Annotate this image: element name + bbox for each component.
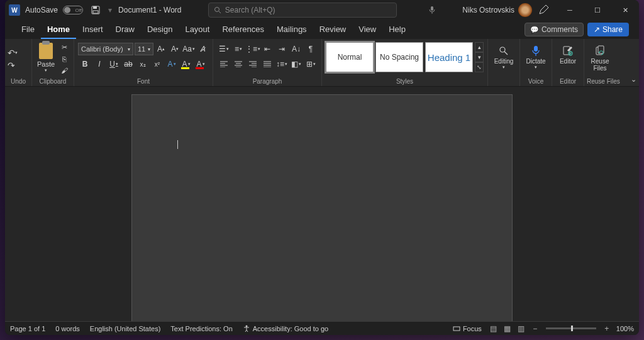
tab-insert[interactable]: Insert	[76, 20, 109, 39]
redo-button[interactable]: ↷	[8, 60, 15, 71]
grow-font-button[interactable]: A▴	[155, 43, 167, 55]
paste-button[interactable]: Paste ▾	[35, 40, 57, 73]
tab-file[interactable]: File	[15, 20, 41, 39]
editing-button[interactable]: Editing ▾	[491, 40, 517, 70]
mic-icon[interactable]	[428, 6, 436, 14]
status-predictions[interactable]: Text Predictions: On	[170, 325, 232, 332]
font-name-dropdown[interactable]: Calibri (Body)	[78, 43, 133, 55]
increase-indent-button[interactable]: ⇥	[275, 43, 289, 55]
document-page[interactable]	[131, 94, 513, 321]
zoom-slider[interactable]	[546, 327, 596, 329]
format-painter-button[interactable]: 🖌	[58, 65, 70, 75]
read-mode-button[interactable]: ▤	[487, 323, 501, 334]
text-effects-button[interactable]: A▾	[165, 58, 179, 70]
style-normal[interactable]: Normal	[326, 42, 374, 72]
close-button[interactable]: ✕	[611, 0, 639, 20]
zoom-in-button[interactable]: +	[600, 323, 614, 334]
minimize-button[interactable]: ─	[556, 0, 584, 20]
change-case-button[interactable]: Aa▾	[182, 43, 195, 55]
maximize-button[interactable]: ☐	[584, 0, 611, 20]
tab-mailings[interactable]: Mailings	[270, 20, 313, 39]
zoom-level[interactable]: 100%	[616, 325, 634, 332]
multilevel-list-button[interactable]: ⋮≡▾	[246, 43, 260, 55]
shrink-font-button[interactable]: A▾	[169, 43, 181, 55]
undo-group-label: Undo	[8, 77, 29, 86]
status-page[interactable]: Page 1 of 1	[10, 325, 45, 332]
undo-button[interactable]: ↶▾	[8, 47, 18, 58]
tab-draw[interactable]: Draw	[109, 20, 141, 39]
justify-button[interactable]	[260, 58, 274, 70]
bold-button[interactable]: B	[78, 58, 92, 70]
tab-layout[interactable]: Layout	[179, 20, 216, 39]
autosave-toggle[interactable]: Off	[63, 6, 83, 14]
paste-icon	[39, 43, 53, 59]
print-layout-button[interactable]: ▦	[501, 323, 514, 334]
style-no-spacing[interactable]: No Spacing	[375, 42, 423, 72]
show-marks-button[interactable]: ¶	[304, 43, 318, 55]
reuse-files-button[interactable]: Reuse Files	[587, 40, 613, 72]
reuse-files-icon	[594, 44, 606, 58]
editor-button[interactable]: Editor	[555, 40, 581, 65]
search-input[interactable]: Search (Alt+Q)	[208, 3, 397, 18]
numbering-button[interactable]: ≡▾	[231, 43, 245, 55]
superscript-button[interactable]: x²	[150, 58, 164, 70]
status-language[interactable]: English (United States)	[90, 325, 161, 332]
borders-button[interactable]: ⊞▾	[304, 58, 318, 70]
decrease-indent-button[interactable]: ⇤	[260, 43, 274, 55]
user-avatar-icon	[518, 3, 532, 17]
user-account[interactable]: Niks Ostrovskis	[462, 3, 536, 17]
tab-home[interactable]: Home	[41, 20, 76, 39]
svg-rect-32	[453, 327, 460, 331]
tab-references[interactable]: References	[216, 20, 270, 39]
bullets-button[interactable]: ☰▾	[217, 43, 231, 55]
zoom-out-button[interactable]: −	[528, 323, 542, 334]
group-clipboard: Paste ▾ ✂ ⎘ 🖌 Clipboard	[32, 39, 74, 86]
clear-formatting-button[interactable]: A̷	[196, 43, 209, 55]
status-words[interactable]: 0 words	[55, 325, 80, 332]
voice-group-label: Voice	[523, 77, 549, 86]
copy-button[interactable]: ⎘	[58, 54, 70, 63]
sort-button[interactable]: A↓	[289, 43, 303, 55]
style-heading1[interactable]: Heading 1	[425, 42, 473, 72]
word-app-icon: W	[9, 4, 20, 16]
share-button[interactable]: Share	[587, 23, 629, 36]
tab-view[interactable]: View	[352, 20, 382, 39]
ribbon-tabs: File Home Insert Draw Design Layout Refe…	[5, 20, 639, 39]
strikethrough-button[interactable]: ab	[121, 58, 135, 70]
tab-design[interactable]: Design	[141, 20, 179, 39]
align-left-button[interactable]	[217, 58, 231, 70]
styles-expand[interactable]: ⤡	[475, 62, 484, 72]
shading-button[interactable]: ◧▾	[289, 58, 303, 70]
styles-gallery-nav: ▴ ▾ ⤡	[475, 42, 484, 72]
font-group-label: Font	[77, 77, 210, 86]
web-layout-button[interactable]: ▥	[514, 323, 528, 334]
styles-scroll-down[interactable]: ▾	[475, 52, 484, 62]
group-editing: Editing ▾	[488, 39, 520, 86]
save-icon[interactable]	[91, 5, 101, 15]
focus-mode-button[interactable]: Focus	[453, 325, 482, 332]
document-area[interactable]	[5, 87, 639, 321]
font-color-button[interactable]: A▾	[194, 58, 208, 70]
subscript-button[interactable]: x₂	[136, 58, 150, 70]
cut-button[interactable]: ✂	[58, 43, 70, 52]
group-paragraph: ☰▾ ≡▾ ⋮≡▾ ⇤ ⇥ A↓ ¶	[213, 39, 322, 86]
editor-group-label: Editor	[555, 77, 581, 86]
align-right-button[interactable]	[246, 58, 260, 70]
styles-scroll-up[interactable]: ▴	[475, 42, 484, 52]
align-center-button[interactable]	[231, 58, 245, 70]
collapse-ribbon-button[interactable]: ⌄	[631, 75, 636, 84]
line-spacing-button[interactable]: ↕≡▾	[275, 58, 289, 70]
tab-help[interactable]: Help	[382, 20, 412, 39]
dictate-button[interactable]: Dictate ▾	[523, 40, 549, 70]
draw-mode-icon[interactable]	[538, 5, 556, 15]
comments-button[interactable]: Comments	[525, 23, 584, 36]
tab-review[interactable]: Review	[313, 20, 353, 39]
underline-button[interactable]: U▾	[107, 58, 121, 70]
group-undo: ↶▾ ↷ Undo	[5, 39, 32, 86]
svg-rect-2	[93, 11, 98, 13]
highlight-button[interactable]: A▾	[179, 58, 193, 70]
status-accessibility[interactable]: Accessibility: Good to go	[243, 325, 328, 332]
font-size-dropdown[interactable]: 11	[135, 43, 153, 55]
italic-button[interactable]: I	[92, 58, 106, 70]
paragraph-group-label: Paragraph	[216, 77, 319, 86]
